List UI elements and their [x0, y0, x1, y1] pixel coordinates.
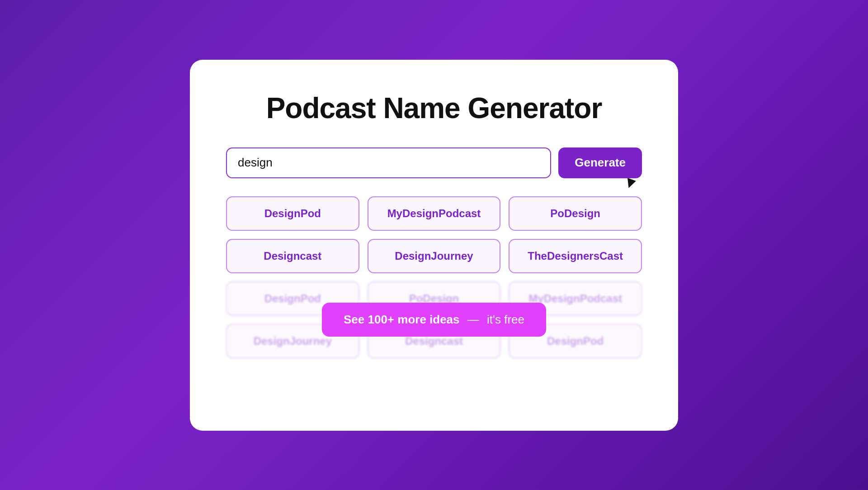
result-item[interactable]: PoDesign	[509, 196, 642, 231]
search-input[interactable]	[226, 147, 551, 178]
page-title: Podcast Name Generator	[266, 91, 602, 125]
cta-dash: —	[464, 313, 482, 326]
see-more-button[interactable]: See 100+ more ideas — it's free	[322, 303, 546, 337]
generate-button[interactable]: Generate	[558, 147, 642, 178]
result-item[interactable]: TheDesignersCast	[509, 239, 642, 273]
results-grid-row1: DesignPod MyDesignPodcast PoDesign	[226, 196, 642, 231]
results-grid-row2: Designcast DesignJourney TheDesignersCas…	[226, 239, 642, 273]
result-item[interactable]: Designcast	[226, 239, 359, 273]
see-more-label: See 100+ more ideas	[344, 313, 460, 326]
main-card: Podcast Name Generator Generate DesignPo…	[190, 60, 678, 431]
result-item[interactable]: DesignJourney	[368, 239, 501, 273]
search-row: Generate	[226, 147, 642, 178]
result-item[interactable]: MyDesignPodcast	[368, 196, 501, 231]
result-item[interactable]: DesignPod	[226, 196, 359, 231]
cta-free-text: it's free	[487, 313, 524, 326]
